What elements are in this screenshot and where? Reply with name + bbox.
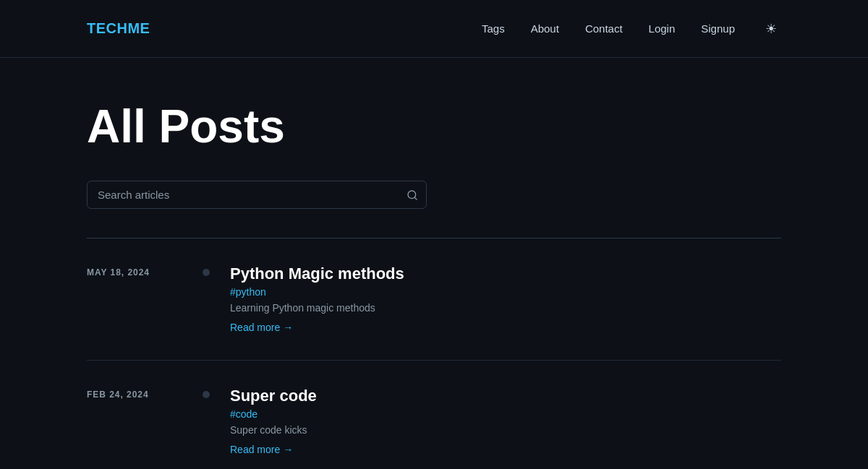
page-title: All Posts <box>87 101 781 152</box>
search-container <box>87 181 427 209</box>
post-content: Python Magic methods #python Learning Py… <box>230 264 781 334</box>
search-input[interactable] <box>87 181 427 209</box>
search-button[interactable] <box>407 189 418 201</box>
post-dot <box>203 391 210 398</box>
search-icon <box>407 189 418 201</box>
main-content: All Posts MAY 18, 2024 Python Magic meth… <box>0 58 868 469</box>
nav-about[interactable]: About <box>531 22 559 35</box>
post-description: Learning Python magic methods <box>230 302 781 314</box>
post-date: MAY 18, 2024 <box>87 264 203 277</box>
nav-contact[interactable]: Contact <box>585 22 623 35</box>
post-description: Super code kicks <box>230 424 781 436</box>
post-content: Super code #code Super code kicks Read m… <box>230 387 781 456</box>
post-date: FEB 24, 2024 <box>87 387 203 400</box>
nav-tags[interactable]: Tags <box>482 22 505 35</box>
post-tag: #code <box>230 408 781 420</box>
theme-toggle-button[interactable]: ☀ <box>761 19 781 39</box>
svg-line-1 <box>414 197 417 199</box>
post-dot <box>203 269 210 276</box>
posts-list: MAY 18, 2024 Python Magic methods #pytho… <box>87 238 781 469</box>
navbar: TECHME Tags About Contact Login Signup ☀ <box>0 0 868 58</box>
site-logo[interactable]: TECHME <box>87 20 150 37</box>
nav-login[interactable]: Login <box>649 22 676 35</box>
post-item: FEB 24, 2024 Super code #code Super code… <box>87 361 781 469</box>
post-item: MAY 18, 2024 Python Magic methods #pytho… <box>87 238 781 361</box>
post-title: Python Magic methods <box>230 264 781 283</box>
post-title: Super code <box>230 387 781 405</box>
nav-signup[interactable]: Signup <box>701 22 735 35</box>
read-more-link[interactable]: Read more → <box>230 444 293 455</box>
read-more-link[interactable]: Read more → <box>230 322 293 333</box>
post-tag: #python <box>230 286 781 298</box>
nav-links: Tags About Contact Login Signup ☀ <box>482 19 781 39</box>
